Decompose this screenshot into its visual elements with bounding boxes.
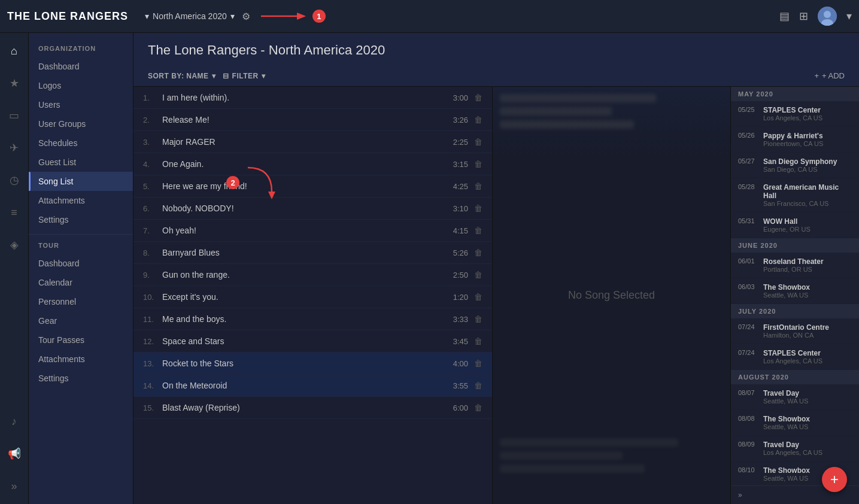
strip-home-icon[interactable]: ⌂: [4, 40, 25, 62]
sidebar-item-tour-dashboard[interactable]: Dashboard: [29, 254, 133, 273]
strip-megaphone-icon[interactable]: 📢: [4, 443, 25, 464]
song-duration: 2:25: [453, 138, 468, 147]
sidebar-item-tour-personnel[interactable]: Personnel: [29, 292, 133, 311]
tour-selector[interactable]: ▾ North America 2020 ▾ ⚙: [140, 8, 255, 25]
strip-briefcase-icon[interactable]: ▭: [4, 105, 25, 126]
song-row[interactable]: 12. Space and Stars 3:45 🗑: [133, 330, 492, 353]
event-info: Roseland Theater Portland, OR US: [763, 257, 852, 273]
song-row[interactable]: 8. Barnyard Blues 5:26 🗑: [133, 242, 492, 264]
song-row[interactable]: 4. One Again. 3:15 🗑: [133, 153, 492, 175]
filter-button[interactable]: ⊟ FILTER ▾: [223, 72, 265, 80]
song-row[interactable]: 5. Here we are my friend! 4:25 🗑: [133, 175, 492, 198]
song-delete-icon[interactable]: 🗑: [474, 270, 482, 280]
schedule-event[interactable]: 05/28 Great American Music Hall San Fran…: [731, 178, 859, 212]
filter-chevron-icon: ▾: [262, 72, 266, 80]
song-delete-icon[interactable]: 🗑: [474, 181, 482, 191]
sidebar-item-tour-passes[interactable]: Tour Passes: [29, 330, 133, 350]
sidebar-item-settings[interactable]: Settings: [29, 210, 133, 229]
strip-star-icon[interactable]: ★: [4, 72, 25, 94]
event-info: The Showbox Seattle, WA US: [763, 283, 852, 299]
song-delete-icon[interactable]: 🗑: [474, 381, 482, 390]
tour-selector-chevron-right: ▾: [230, 11, 235, 21]
event-location: Seattle, WA US: [763, 423, 852, 430]
grid-view-icon[interactable]: ⊞: [799, 10, 808, 23]
event-date: 05/26: [738, 132, 757, 147]
sidebar-item-tour-settings[interactable]: Settings: [29, 369, 133, 388]
schedule-event[interactable]: 07/24 STAPLES Center Los Angeles, CA US: [731, 344, 859, 370]
song-row[interactable]: 2. Release Me! 3:26 🗑: [133, 109, 492, 131]
song-delete-icon[interactable]: 🗑: [474, 336, 482, 346]
tour-section-label: TOUR: [29, 239, 133, 254]
song-name: Major RAGER: [162, 137, 453, 147]
strip-clock-icon[interactable]: ◷: [4, 169, 25, 191]
user-dropdown-chevron[interactable]: ▾: [846, 10, 852, 23]
sidebar-item-schedules[interactable]: Schedules: [29, 133, 133, 153]
sidebar-item-tour-calendar[interactable]: Calendar: [29, 273, 133, 292]
schedule-event[interactable]: 06/03 The Showbox Seattle, WA US: [731, 278, 859, 304]
song-row[interactable]: 7. Oh yeah! 4:15 🗑: [133, 220, 492, 242]
list-view-icon[interactable]: ▤: [779, 10, 790, 23]
song-row[interactable]: 6. Nobody. NOBODY! 3:10 🗑: [133, 198, 492, 220]
sidebar-item-guest-list[interactable]: Guest List: [29, 153, 133, 172]
schedule-event[interactable]: 08/08 The Showbox Seattle, WA US: [731, 410, 859, 436]
song-delete-icon[interactable]: 🗑: [474, 115, 482, 125]
schedule-panel: MAY 2020 05/25 STAPLES Center Los Angele…: [730, 87, 859, 504]
song-delete-icon[interactable]: 🗑: [474, 226, 482, 235]
sidebar-item-attachments[interactable]: Attachments: [29, 191, 133, 210]
sidebar-item-logos[interactable]: Logos: [29, 76, 133, 95]
song-delete-icon[interactable]: 🗑: [474, 314, 482, 324]
song-row[interactable]: 15. Blast Away (Reprise) 6:00 🗑: [133, 397, 492, 419]
song-row[interactable]: 13. Rocket to the Stars 4:00 🗑: [133, 353, 492, 375]
user-avatar[interactable]: [818, 7, 837, 26]
event-venue: Travel Day: [763, 441, 852, 449]
song-row[interactable]: 3. Major RAGER 2:25 🗑: [133, 131, 492, 153]
strip-collapse-icon[interactable]: »: [4, 475, 25, 497]
add-event-fab[interactable]: +: [822, 467, 847, 492]
add-button[interactable]: + + ADD: [814, 71, 845, 80]
sort-button[interactable]: SORT BY: NAME ▾: [148, 72, 215, 80]
event-location: San Francisco, CA US: [763, 200, 852, 207]
song-delete-icon[interactable]: 🗑: [474, 159, 482, 169]
schedule-event[interactable]: 05/26 Pappy & Harriet's Pioneertown, CA …: [731, 127, 859, 153]
song-delete-icon[interactable]: 🗑: [474, 359, 482, 368]
song-delete-icon[interactable]: 🗑: [474, 248, 482, 257]
schedule-collapse-icon[interactable]: »: [738, 491, 742, 499]
event-venue: WOW Hall: [763, 217, 852, 226]
sidebar-item-users[interactable]: Users: [29, 95, 133, 114]
middle-panel: No Song Selected: [493, 87, 730, 504]
song-row[interactable]: 14. On the Meteoroid 3:55 🗑: [133, 375, 492, 397]
sidebar-item-tour-gear[interactable]: Gear: [29, 311, 133, 330]
song-delete-icon[interactable]: 🗑: [474, 292, 482, 302]
strip-list-icon[interactable]: ≡: [4, 202, 25, 223]
song-num: 13.: [143, 359, 157, 368]
event-date: 08/08: [738, 415, 757, 430]
sidebar-item-dashboard[interactable]: Dashboard: [29, 57, 133, 76]
song-delete-icon[interactable]: 🗑: [474, 204, 482, 213]
event-info: WOW Hall Eugene, OR US: [763, 217, 852, 233]
strip-plane-icon[interactable]: ✈: [4, 137, 25, 159]
strip-tag-icon[interactable]: ◈: [4, 234, 25, 256]
tour-settings-gear-icon[interactable]: ⚙: [242, 11, 250, 22]
song-delete-icon[interactable]: 🗑: [474, 93, 482, 102]
schedule-event[interactable]: 08/09 Travel Day Los Angeles, CA US: [731, 436, 859, 462]
song-row[interactable]: 10. Except it's you. 1:20 🗑: [133, 286, 492, 308]
song-num: 11.: [143, 315, 157, 324]
song-row[interactable]: 9. Gun on the range. 2:50 🗑: [133, 264, 492, 286]
schedule-event[interactable]: 05/31 WOW Hall Eugene, OR US: [731, 212, 859, 238]
svg-marker-1: [297, 13, 306, 20]
schedule-event[interactable]: 07/24 FirstOntario Centre Hamilton, ON C…: [731, 318, 859, 344]
schedule-event[interactable]: 05/27 San Diego Symphony San Diego, CA U…: [731, 153, 859, 178]
song-delete-icon[interactable]: 🗑: [474, 137, 482, 147]
song-row[interactable]: 1. I am here (within). 3:00 🗑: [133, 87, 492, 109]
sidebar-item-user-groups[interactable]: User Groups: [29, 114, 133, 133]
song-row[interactable]: 11. Me and the boys. 3:33 🗑: [133, 308, 492, 330]
song-delete-icon[interactable]: 🗑: [474, 403, 482, 412]
strip-music-icon[interactable]: ♪: [4, 411, 25, 432]
schedule-event[interactable]: 08/07 Travel Day Seattle, WA US: [731, 384, 859, 410]
sidebar-item-tour-attachments[interactable]: Attachments: [29, 350, 133, 369]
schedule-month-june: JUNE 2020: [731, 238, 859, 253]
event-info: The Showbox Seattle, WA US: [763, 415, 852, 430]
schedule-event[interactable]: 06/01 Roseland Theater Portland, OR US: [731, 253, 859, 278]
sidebar-item-song-list[interactable]: Song List: [29, 172, 133, 191]
schedule-event[interactable]: 05/25 STAPLES Center Los Angeles, CA US: [731, 101, 859, 127]
